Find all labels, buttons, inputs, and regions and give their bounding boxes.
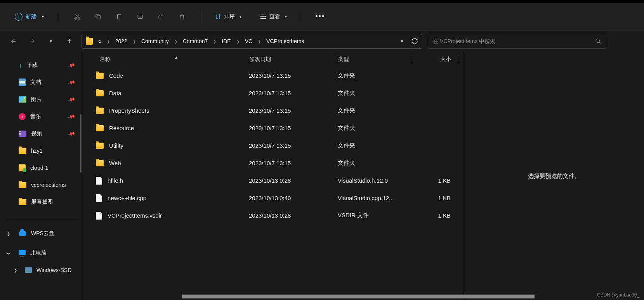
chevron-right-icon: ❯ bbox=[174, 39, 177, 44]
up-button[interactable] bbox=[63, 35, 76, 48]
file-date: 2023/10/7 13:15 bbox=[249, 160, 338, 166]
file-type: 文件夹 bbox=[338, 89, 412, 97]
breadcrumb-item[interactable]: VC bbox=[243, 37, 254, 45]
breadcrumb-item[interactable]: Common7 bbox=[181, 37, 210, 45]
pin-icon: 📌 bbox=[67, 78, 75, 87]
column-separator[interactable] bbox=[459, 55, 459, 64]
file-name: hfile.h bbox=[108, 177, 123, 184]
sidebar-item-folder[interactable]: 屏幕截图 bbox=[5, 194, 80, 211]
breadcrumb-item[interactable]: IDE bbox=[220, 37, 232, 45]
sidebar-item-music[interactable]: ♪音乐📌 bbox=[5, 108, 80, 125]
share-button[interactable] bbox=[152, 8, 170, 26]
folder-icon bbox=[96, 90, 104, 96]
horizontal-scrollbar[interactable] bbox=[182, 295, 535, 298]
folder-icon bbox=[86, 38, 93, 45]
download-icon: ↓ bbox=[19, 61, 22, 70]
table-row[interactable]: Code2023/10/7 13:15文件夹 bbox=[82, 67, 463, 84]
file-icon bbox=[96, 177, 102, 185]
cloud-icon bbox=[19, 231, 26, 236]
sidebar-label: 图片 bbox=[31, 96, 42, 103]
table-row[interactable]: Utility2023/10/7 13:15文件夹 bbox=[82, 137, 463, 154]
column-date[interactable]: 修改日期 bbox=[249, 56, 338, 63]
folder-icon bbox=[96, 160, 104, 166]
table-row[interactable]: PropertySheets2023/10/7 13:15文件夹 bbox=[82, 102, 463, 119]
sidebar-item-cloud[interactable]: cloud-1 bbox=[5, 159, 80, 176]
chevron-right-icon: ❯ bbox=[213, 39, 216, 44]
table-row[interactable]: hfile.h2023/10/13 0:28VisualStudio.h.12.… bbox=[82, 172, 463, 189]
column-type[interactable]: 类型 bbox=[338, 56, 412, 63]
file-name: VCProjectItems.vsdir bbox=[108, 212, 162, 219]
file-type: 文件夹 bbox=[338, 107, 412, 114]
file-icon bbox=[96, 194, 102, 202]
file-name: Utility bbox=[109, 142, 123, 149]
separator bbox=[201, 11, 201, 22]
folder-icon bbox=[96, 108, 104, 114]
sidebar-item-downloads[interactable]: ↓下载📌 bbox=[5, 57, 80, 74]
paste-button[interactable] bbox=[110, 8, 128, 26]
sidebar-label: 此电脑 bbox=[30, 249, 47, 256]
chevron-right-icon: ❯ bbox=[7, 232, 10, 236]
sidebar-item-videos[interactable]: 视频📌 bbox=[5, 125, 80, 142]
cut-button[interactable] bbox=[68, 8, 86, 26]
pin-icon: 📌 bbox=[67, 130, 75, 138]
file-date: 2023/10/13 0:28 bbox=[249, 212, 338, 219]
sidebar-label: 视频 bbox=[31, 130, 42, 137]
search-box[interactable] bbox=[428, 34, 606, 49]
back-button[interactable] bbox=[7, 35, 20, 48]
copy-button[interactable] bbox=[89, 8, 107, 26]
history-button[interactable]: ▼ bbox=[44, 35, 57, 48]
file-type: 文件夹 bbox=[338, 124, 412, 132]
file-date: 2023/10/13 0:40 bbox=[249, 195, 338, 201]
new-button[interactable]: + 新建 ▼ bbox=[12, 11, 48, 22]
table-row[interactable]: Resource2023/10/7 13:15文件夹 bbox=[82, 119, 463, 137]
file-name: Web bbox=[109, 160, 121, 166]
file-type: 文件夹 bbox=[338, 142, 412, 149]
sidebar-item-documents[interactable]: 文档📌 bbox=[5, 74, 80, 91]
rename-button[interactable] bbox=[131, 8, 149, 26]
breadcrumb-item[interactable]: 2022 bbox=[114, 37, 129, 45]
preview-pane: 选择要预览的文件。 bbox=[463, 52, 644, 300]
breadcrumb-item[interactable]: Community bbox=[140, 37, 170, 45]
chevron-right-icon: ❯ bbox=[107, 39, 110, 44]
sort-button[interactable]: 排序 ▼ bbox=[212, 13, 245, 20]
address-bar[interactable]: « ❯ 2022 ❯ Community ❯ Common7 ❯ IDE ❯ V… bbox=[82, 34, 422, 49]
file-list: 名称▲ 修改日期 类型 大小 Code2023/10/7 13:15文件夹Dat… bbox=[82, 52, 463, 300]
sidebar: ↓下载📌 文档📌 图片📌 ♪音乐📌 视频📌 hzy1 cloud-1 vcpro… bbox=[0, 52, 82, 300]
video-icon bbox=[19, 131, 26, 137]
chevron-right-icon: ❯ bbox=[133, 39, 136, 44]
sidebar-item-wps[interactable]: ❯WPS云盘 bbox=[5, 225, 80, 242]
table-row[interactable]: Data2023/10/7 13:15文件夹 bbox=[82, 84, 463, 102]
refresh-button[interactable] bbox=[411, 38, 418, 45]
music-icon: ♪ bbox=[19, 113, 26, 120]
chevron-down-icon: ▼ bbox=[284, 15, 288, 19]
sidebar-item-folder[interactable]: hzy1 bbox=[5, 142, 80, 159]
sidebar-label: Windows-SSD bbox=[36, 267, 71, 273]
chevron-down-icon: ❯ bbox=[7, 251, 11, 255]
pc-icon bbox=[19, 250, 26, 255]
sidebar-item-folder[interactable]: vcprojectitems bbox=[5, 176, 80, 194]
view-button[interactable]: 查看 ▼ bbox=[256, 13, 291, 20]
file-size: 1 KB bbox=[412, 195, 458, 201]
sidebar-label: hzy1 bbox=[31, 148, 43, 154]
sidebar-label: WPS云盘 bbox=[31, 230, 54, 237]
breadcrumb-item[interactable]: VCProjectItems bbox=[265, 37, 306, 45]
search-input[interactable] bbox=[433, 38, 595, 44]
sidebar-item-pc[interactable]: ❯此电脑 bbox=[5, 244, 80, 262]
sidebar-label: 下载 bbox=[27, 62, 38, 69]
shield-icon bbox=[19, 164, 26, 171]
table-row[interactable]: VCProjectItems.vsdir2023/10/13 0:28VSDIR… bbox=[82, 207, 463, 224]
sidebar-item-drive[interactable]: ❯Windows-SSD bbox=[5, 262, 80, 279]
chevron-down-icon[interactable]: ▼ bbox=[400, 39, 404, 44]
column-size[interactable]: 大小 bbox=[412, 56, 459, 63]
column-name[interactable]: 名称▲ bbox=[82, 56, 249, 63]
breadcrumb-ellipsis[interactable]: « bbox=[97, 37, 103, 45]
table-row[interactable]: newc++file.cpp2023/10/13 0:40VisualStudi… bbox=[82, 189, 463, 207]
more-button[interactable]: ••• bbox=[311, 8, 329, 26]
forward-button[interactable] bbox=[26, 35, 39, 48]
document-icon bbox=[19, 78, 26, 86]
delete-button[interactable] bbox=[173, 8, 191, 26]
file-type: 文件夹 bbox=[338, 159, 412, 167]
table-row[interactable]: Web2023/10/7 13:15文件夹 bbox=[82, 154, 463, 172]
file-date: 2023/10/7 13:15 bbox=[249, 90, 338, 96]
sidebar-item-pictures[interactable]: 图片📌 bbox=[5, 91, 80, 108]
